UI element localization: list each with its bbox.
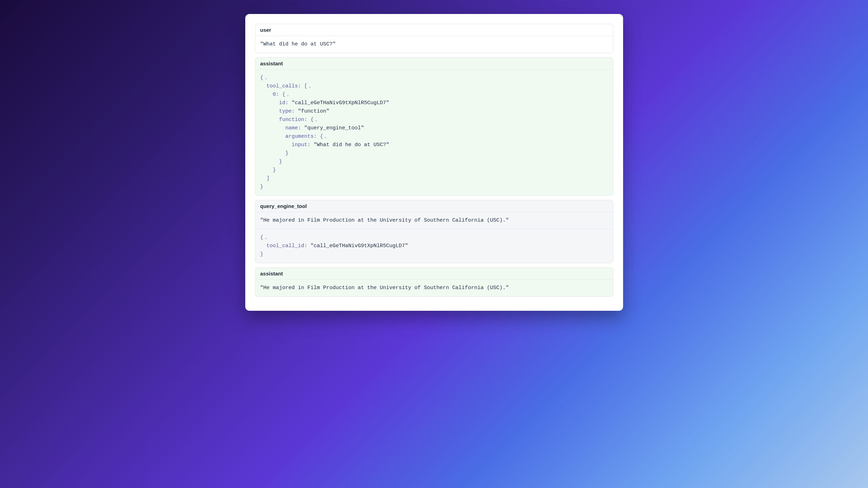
message-content: {⌄ tool_calls: [⌄ 0: {⌄ id: "call_eGeTHa… <box>255 70 613 195</box>
page-background: user "What did he do at USC?" assistant … <box>0 0 868 488</box>
json-key: name <box>285 125 298 131</box>
brace-close: } <box>260 184 263 190</box>
string-literal: "He majored in Film Production at the Un… <box>260 217 509 223</box>
json-key: arguments <box>285 134 314 139</box>
brace-open: { <box>282 92 285 98</box>
brace-close: } <box>279 159 282 165</box>
colon: : <box>285 100 289 106</box>
message-role-label: assistant <box>255 58 613 70</box>
brace-open: { <box>260 75 263 81</box>
colon: : <box>276 92 279 98</box>
brace-open: { <box>320 134 323 139</box>
message-assistant-final: assistant "He majored in Film Production… <box>255 267 613 297</box>
message-content: "He majored in Film Production at the Un… <box>255 280 613 296</box>
json-index: 0 <box>273 92 276 98</box>
message-role-label: assistant <box>255 268 613 280</box>
json-key: input <box>292 142 308 148</box>
json-key: type <box>279 108 292 114</box>
brace-close: } <box>273 167 276 173</box>
collapse-toggle-icon[interactable]: ⌄ <box>287 92 289 98</box>
json-value: "call_eGeTHaNivG9tXpNlR5CugLD7" <box>311 243 408 249</box>
collapse-toggle-icon[interactable]: ⌄ <box>315 117 318 123</box>
collapse-toggle-icon[interactable]: ⌄ <box>325 134 327 140</box>
bracket-open: [ <box>304 83 308 89</box>
colon: : <box>298 83 301 89</box>
string-literal: "He majored in Film Production at the Un… <box>260 285 509 291</box>
tool-metadata: {⌄ tool_call_id: "call_eGeTHaNivG9tXpNlR… <box>255 229 613 263</box>
brace-close: } <box>260 251 263 257</box>
brace-open: { <box>311 117 314 123</box>
json-key: tool_call_id <box>267 243 304 249</box>
main-card: user "What did he do at USC?" assistant … <box>245 14 623 311</box>
colon: : <box>314 134 317 139</box>
message-role-label: query_engine_tool <box>255 200 613 212</box>
colon: : <box>298 125 301 131</box>
string-literal: "What did he do at USC?" <box>260 41 336 47</box>
message-user: user "What did he do at USC?" <box>255 24 613 53</box>
message-tool-response: query_engine_tool "He majored in Film Pr… <box>255 200 613 263</box>
json-value: "function" <box>298 108 330 114</box>
json-key: tool_calls <box>267 83 298 89</box>
colon: : <box>292 108 295 114</box>
json-value: "call_eGeTHaNivG9tXpNlR5CugLD7" <box>292 100 389 106</box>
message-content: "What did he do at USC?" <box>255 36 613 53</box>
brace-close: } <box>285 150 289 156</box>
json-key: function <box>279 117 304 123</box>
brace-open: { <box>260 235 263 241</box>
message-content: "He majored in Film Production at the Un… <box>255 212 613 229</box>
colon: : <box>308 142 311 148</box>
bracket-close: ] <box>267 175 270 181</box>
colon: : <box>304 243 308 249</box>
collapse-toggle-icon[interactable]: ⌄ <box>265 235 267 241</box>
colon: : <box>304 117 308 123</box>
json-value: "What did he do at USC?" <box>314 142 389 148</box>
json-key: id <box>279 100 285 106</box>
message-role-label: user <box>255 24 613 36</box>
json-value: "query_engine_tool" <box>304 125 364 131</box>
collapse-toggle-icon[interactable]: ⌄ <box>309 84 311 90</box>
collapse-toggle-icon[interactable]: ⌄ <box>265 75 267 81</box>
message-assistant-tool-call: assistant {⌄ tool_calls: [⌄ 0: {⌄ id: "c… <box>255 57 613 196</box>
